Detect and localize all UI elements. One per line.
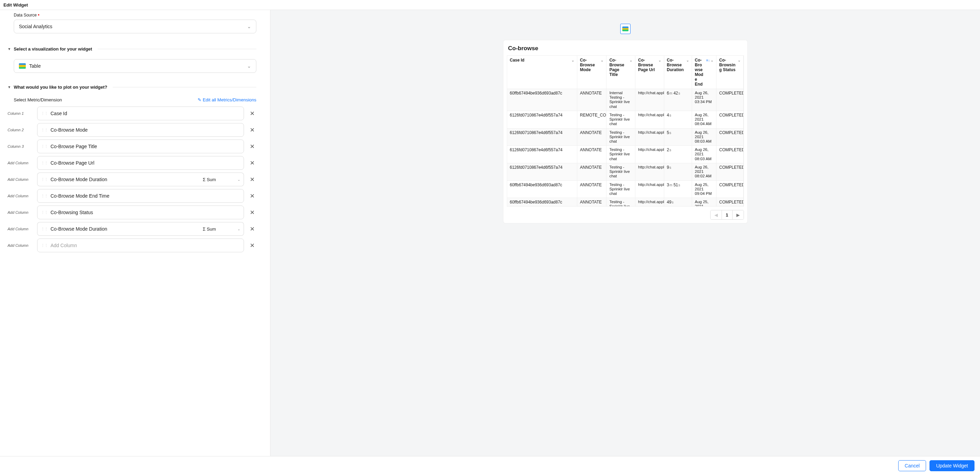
- cell-duration: 9s: [664, 163, 692, 180]
- aggregation-select[interactable]: Σ Sum⌄: [199, 172, 244, 186]
- drag-handle-icon[interactable]: ⋮⋮: [41, 177, 48, 182]
- cancel-button[interactable]: Cancel: [898, 460, 926, 471]
- cell-status: COMPLETED: [716, 180, 743, 198]
- viz-type-badge[interactable]: [620, 24, 630, 34]
- cell-case-id: 60ffb67494be936d693ad87c: [507, 198, 577, 207]
- remove-column-button[interactable]: ✕: [248, 193, 256, 200]
- plot-section-header[interactable]: ▼ What would you like to plot on your wi…: [8, 83, 256, 91]
- remove-column-button[interactable]: ✕: [248, 225, 256, 233]
- remove-column-button[interactable]: ✕: [248, 143, 256, 150]
- table-header[interactable]: Co-Browse Mode End≡↓⌄: [692, 56, 716, 89]
- table-row[interactable]: 6126fd0710867e4d6f557a74ANNOTATETesting …: [507, 163, 744, 180]
- cell-status: COMPLETED: [716, 146, 743, 163]
- column-value-text: Co-Browse Mode End Time: [51, 193, 109, 199]
- cell-duration: 49s: [664, 198, 692, 207]
- prev-page-button[interactable]: ◀: [711, 210, 722, 219]
- table-header[interactable]: Co-Browse Page Url⌄: [635, 56, 664, 89]
- preview-table-wrap[interactable]: Case Id⌄Co-Browse Mode⌄Co-Browse Page Ti…: [507, 55, 744, 207]
- column-value-input[interactable]: ⋮⋮Add Column: [37, 239, 244, 252]
- remove-column-button[interactable]: ✕: [248, 209, 256, 216]
- table-header[interactable]: Co-Browse Duration⌄: [664, 56, 692, 89]
- data-source-label: Data Source●: [14, 13, 256, 18]
- preview-table: Case Id⌄Co-Browse Mode⌄Co-Browse Page Ti…: [507, 56, 744, 207]
- viz-type-select[interactable]: Table ⌄: [14, 59, 256, 73]
- cell-url: http://chat.appId=60e4: [635, 146, 664, 163]
- chevron-down-icon[interactable]: ⌄: [738, 59, 740, 62]
- cell-status: COMPLETED: [716, 198, 743, 207]
- edit-all-metrics-link[interactable]: ✎ Edit all Metrics/Dimensions: [197, 97, 256, 102]
- drag-handle-icon[interactable]: ⋮⋮: [41, 128, 48, 132]
- cell-status: COMPLETED: [716, 89, 743, 111]
- aggregation-select[interactable]: Σ Sum⌄: [199, 222, 244, 236]
- chevron-down-icon[interactable]: ⌄: [571, 59, 574, 62]
- cell-end-time: Aug 25, 2021 08:57 PM: [692, 198, 716, 207]
- drag-handle-icon[interactable]: ⋮⋮: [41, 194, 48, 198]
- column-value-text: Co-Browsing Status: [51, 210, 93, 215]
- drag-handle-icon[interactable]: ⋮⋮: [41, 243, 48, 248]
- column-row: Column 3⋮⋮Co-Browse Page Title✕: [8, 140, 256, 153]
- footer: Cancel Update Widget: [0, 456, 980, 475]
- update-widget-button[interactable]: Update Widget: [929, 460, 975, 471]
- table-row[interactable]: 60ffb67494be936d693ad87cANNOTATEInternal…: [507, 89, 744, 111]
- table-row[interactable]: 6126fd0710867e4d6f557a74ANNOTATETesting …: [507, 128, 744, 146]
- cell-duration: 4s: [664, 111, 692, 128]
- cell-end-time: Aug 26, 2021 08:03 AM: [692, 146, 716, 163]
- column-value-input[interactable]: ⋮⋮Case Id: [37, 107, 244, 120]
- cell-mode: ANNOTATE: [577, 198, 606, 207]
- remove-column-button[interactable]: ✕: [248, 242, 256, 249]
- cell-case-id: 6126fd0710867e4d6f557a74: [507, 146, 577, 163]
- column-label: Add Column: [8, 210, 33, 214]
- cell-case-id: 60ffb67494be936d693ad87c: [507, 180, 577, 198]
- column-row: Column 2⋮⋮Co-Browse Mode✕: [8, 123, 256, 137]
- drag-handle-icon[interactable]: ⋮⋮: [41, 227, 48, 231]
- table-header[interactable]: Case Id⌄: [507, 56, 577, 89]
- chevron-down-icon: ⌄: [247, 63, 251, 69]
- column-row: Add Column⋮⋮Co-Browse Mode DurationΣ Sum…: [8, 222, 256, 236]
- column-value-input[interactable]: ⋮⋮Co-Browsing Status: [37, 206, 244, 219]
- table-header[interactable]: Co-Browsing Status⌄: [716, 56, 743, 89]
- drag-handle-icon[interactable]: ⋮⋮: [41, 161, 48, 165]
- drag-handle-icon[interactable]: ⋮⋮: [41, 144, 48, 149]
- table-row[interactable]: 60ffb67494be936d693ad87cANNOTATETesting …: [507, 198, 744, 207]
- remove-column-button[interactable]: ✕: [248, 159, 256, 167]
- column-value-input[interactable]: ⋮⋮Co-Browse Mode: [37, 123, 244, 137]
- table-row[interactable]: 6126fd0710867e4d6f557a74REMOTE_COTesting…: [507, 111, 744, 128]
- table-row[interactable]: 6126fd0710867e4d6f557a74ANNOTATETesting …: [507, 146, 744, 163]
- column-value-text: Co-Browse Mode Duration: [51, 226, 107, 232]
- next-page-button[interactable]: ▶: [733, 210, 744, 219]
- chevron-down-icon[interactable]: ⌄: [659, 59, 661, 62]
- column-row: Add Column⋮⋮Co-Browsing Status✕: [8, 206, 256, 219]
- remove-column-button[interactable]: ✕: [248, 110, 256, 117]
- cell-end-time: Aug 26, 2021 03:34 PM: [692, 89, 716, 111]
- cell-end-time: Aug 26, 2021 08:03 AM: [692, 128, 716, 146]
- table-header[interactable]: Co-Browse Mode⌄: [577, 56, 606, 89]
- viz-section-header[interactable]: ▼ Select a visualization for your widget: [8, 45, 256, 53]
- chevron-down-icon: ⌄: [237, 178, 240, 182]
- remove-column-button[interactable]: ✕: [248, 126, 256, 134]
- chevron-down-icon[interactable]: ⌄: [686, 59, 689, 62]
- column-value-text: Case Id: [51, 111, 67, 116]
- column-value-input[interactable]: ⋮⋮Co-Browse Mode Duration: [37, 222, 199, 236]
- table-row[interactable]: 60ffb67494be936d693ad87cANNOTATETesting …: [507, 180, 744, 198]
- cell-end-time: Aug 26, 2021 08:04 AM: [692, 111, 716, 128]
- column-value-input[interactable]: ⋮⋮Co-Browse Page Title: [37, 140, 244, 153]
- remove-column-button[interactable]: ✕: [248, 176, 256, 183]
- cell-title: Testing - Sprinklr live chat: [606, 180, 635, 198]
- cell-title: Internal Testing - Sprinklr live chat: [606, 89, 635, 111]
- column-value-input[interactable]: ⋮⋮Co-Browse Page Url: [37, 156, 244, 170]
- cell-duration: 3m 51s: [664, 180, 692, 198]
- drag-handle-icon[interactable]: ⋮⋮: [41, 210, 48, 215]
- drag-handle-icon[interactable]: ⋮⋮: [41, 112, 48, 116]
- chevron-down-icon[interactable]: ⌄: [601, 59, 603, 62]
- cell-url: http://chat.appId=60e4: [635, 128, 664, 146]
- data-source-select[interactable]: Social Analytics ⌄: [14, 19, 256, 33]
- widget-title: Co-browse: [508, 45, 743, 52]
- column-value-input[interactable]: ⋮⋮Co-Browse Mode End Time: [37, 189, 244, 203]
- column-label: Column 2: [8, 128, 33, 132]
- chevron-down-icon[interactable]: ⌄: [630, 59, 632, 62]
- cell-url: http://chat.appId=608ft: [635, 198, 664, 207]
- chevron-down-icon[interactable]: ⌄: [711, 59, 713, 62]
- column-value-input[interactable]: ⋮⋮Co-Browse Mode Duration: [37, 172, 199, 186]
- table-header[interactable]: Co-Browse Page Title⌄: [606, 56, 635, 89]
- column-label: Add Column: [8, 227, 33, 231]
